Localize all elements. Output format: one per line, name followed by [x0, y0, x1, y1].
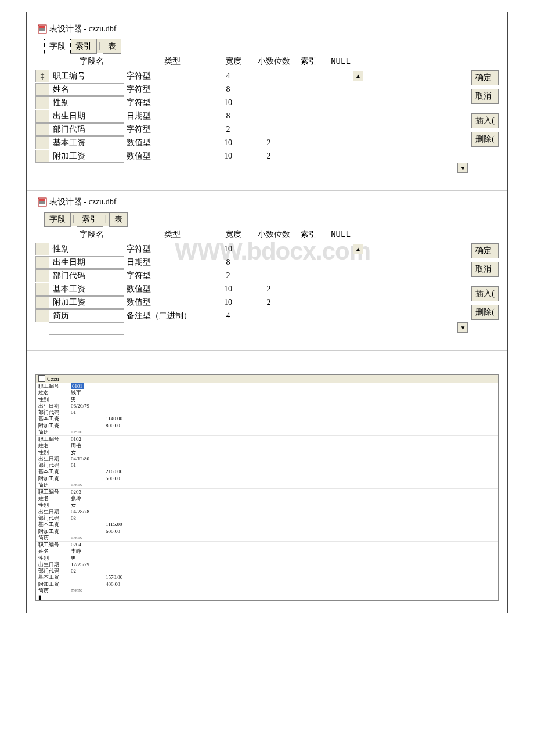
- empty-row[interactable]: ▼: [35, 163, 468, 176]
- table-row[interactable]: 性别字符型10: [35, 96, 468, 109]
- field-name[interactable]: 部门代码: [49, 123, 124, 136]
- field-width[interactable]: 2: [208, 271, 248, 280]
- row-handle[interactable]: [35, 243, 49, 255]
- field-type[interactable]: 字符型: [124, 244, 208, 254]
- field-name[interactable]: 出生日期: [49, 110, 124, 123]
- table-row[interactable]: 基本工资数值型102: [35, 282, 468, 296]
- field-width[interactable]: 10: [208, 138, 248, 147]
- row-handle[interactable]: ‡: [35, 70, 49, 82]
- row-handle[interactable]: [35, 123, 49, 136]
- field-type[interactable]: 字符型: [124, 271, 208, 281]
- field-type[interactable]: 备注型（二进制）: [124, 311, 208, 321]
- ok-button[interactable]: 确定: [471, 70, 499, 85]
- field-width[interactable]: 4: [208, 71, 248, 81]
- table-row[interactable]: 性别字符型10▲: [35, 242, 468, 255]
- field-type[interactable]: 数值型: [124, 284, 208, 294]
- field-type[interactable]: 字符型: [124, 84, 208, 95]
- field-width[interactable]: 8: [208, 111, 248, 121]
- insert-button[interactable]: 插入(: [471, 286, 499, 301]
- table-row[interactable]: 部门代码字符型2: [35, 269, 468, 282]
- field-decimal[interactable]: 2: [248, 152, 289, 161]
- field-decimal[interactable]: 2: [248, 138, 289, 147]
- table-row[interactable]: 附加工资数值型102: [35, 149, 468, 163]
- table-row[interactable]: 姓名字符型8: [35, 82, 468, 96]
- cancel-button[interactable]: 取消: [471, 89, 499, 104]
- insert-button[interactable]: 插入(: [471, 113, 499, 128]
- row-handle[interactable]: [35, 110, 49, 123]
- field-type[interactable]: 数值型: [124, 138, 208, 148]
- record[interactable]: 职工编号0203姓名张玲性别女出生日期04/28/78部门代码03基本工资111…: [36, 488, 498, 541]
- field-type[interactable]: 数值型: [124, 151, 208, 161]
- cancel-button[interactable]: 取消: [471, 262, 499, 277]
- table-row[interactable]: 出生日期日期型8: [35, 255, 468, 269]
- record-field-label: 附加工资: [38, 476, 71, 482]
- record-field-value: 02: [71, 568, 76, 574]
- field-name[interactable]: 基本工资: [49, 136, 124, 149]
- field-type[interactable]: 字符型: [124, 124, 208, 135]
- record-field-label: 简历: [38, 429, 71, 435]
- field-width[interactable]: 4: [208, 311, 248, 321]
- row-handle[interactable]: [35, 150, 49, 163]
- field-type[interactable]: 日期型: [124, 257, 208, 268]
- field-width[interactable]: 10: [208, 98, 248, 107]
- field-width[interactable]: 8: [208, 258, 248, 267]
- tab-table[interactable]: 表: [109, 212, 128, 227]
- field-width[interactable]: 10: [208, 152, 248, 161]
- ok-button[interactable]: 确定: [471, 243, 499, 258]
- field-name[interactable]: 附加工资: [49, 150, 124, 163]
- row-handle[interactable]: [35, 269, 49, 282]
- table-row[interactable]: 出生日期日期型8: [35, 109, 468, 123]
- tab-index[interactable]: 索引: [70, 39, 97, 54]
- record[interactable]: 职工编号0101姓名钱宇性别男出生日期06/20/79部门代码01基本工资114…: [36, 383, 498, 435]
- delete-button[interactable]: 删除(: [471, 132, 499, 147]
- scroll-up-icon[interactable]: ▲: [353, 71, 363, 81]
- row-handle[interactable]: [35, 256, 49, 269]
- field-width[interactable]: 10: [208, 285, 248, 294]
- field-decimal[interactable]: 2: [248, 298, 289, 307]
- field-type[interactable]: 字符型: [124, 98, 208, 108]
- table-row[interactable]: 简历备注型（二进制）4: [35, 309, 468, 322]
- tab-fields[interactable]: 字段: [44, 212, 71, 227]
- field-width[interactable]: 2: [208, 125, 248, 134]
- row-handle[interactable]: [35, 309, 49, 322]
- svg-rect-1: [39, 26, 45, 28]
- tab-index[interactable]: 索引: [77, 212, 103, 227]
- field-type[interactable]: 数值型: [124, 297, 208, 308]
- field-type[interactable]: 字符型: [124, 71, 208, 81]
- table-row[interactable]: ‡职工编号字符型4▲: [35, 69, 468, 82]
- table-row[interactable]: 附加工资数值型102: [35, 296, 468, 309]
- table-row[interactable]: 部门代码字符型2: [35, 123, 468, 136]
- field-type[interactable]: 日期型: [124, 111, 208, 121]
- field-name[interactable]: 姓名: [49, 83, 124, 96]
- record-field-value: 0101: [71, 383, 84, 390]
- row-handle[interactable]: [35, 83, 49, 96]
- designer-title: 表设计器 - czzu.dbf: [35, 197, 499, 207]
- field-width[interactable]: 10: [208, 298, 248, 307]
- tab-fields[interactable]: 字段: [44, 39, 71, 54]
- scroll-up-icon[interactable]: ▲: [353, 244, 363, 254]
- field-width[interactable]: 10: [208, 244, 248, 254]
- record[interactable]: 职工编号0102姓名周艳性别女出生日期04/12/80部门代码01基本工资216…: [36, 435, 498, 488]
- tab-table[interactable]: 表: [103, 39, 121, 54]
- row-handle[interactable]: [35, 296, 49, 309]
- field-name[interactable]: 基本工资: [49, 283, 124, 296]
- field-name[interactable]: 职工编号: [49, 70, 124, 82]
- row-handle[interactable]: [35, 96, 49, 109]
- field-name[interactable]: 简历: [49, 309, 124, 322]
- field-decimal[interactable]: 2: [248, 285, 289, 294]
- field-name[interactable]: 出生日期: [49, 256, 124, 269]
- table-row[interactable]: 基本工资数值型102: [35, 136, 468, 149]
- field-name[interactable]: 性别: [49, 96, 124, 109]
- field-name[interactable]: 附加工资: [49, 296, 124, 309]
- row-handle[interactable]: [35, 283, 49, 296]
- header-null: NULL: [323, 56, 358, 67]
- record[interactable]: 职工编号0204姓名李静性别男出生日期12/25/79部门代码02基本工资157…: [36, 541, 498, 594]
- field-name[interactable]: 部门代码: [49, 269, 124, 282]
- row-handle[interactable]: [35, 136, 49, 149]
- delete-button[interactable]: 删除(: [471, 305, 499, 320]
- scroll-down-icon[interactable]: ▼: [457, 163, 468, 173]
- empty-row[interactable]: ▼: [35, 322, 468, 336]
- scroll-down-icon[interactable]: ▼: [457, 322, 468, 333]
- field-name[interactable]: 性别: [49, 243, 124, 255]
- field-width[interactable]: 8: [208, 85, 248, 94]
